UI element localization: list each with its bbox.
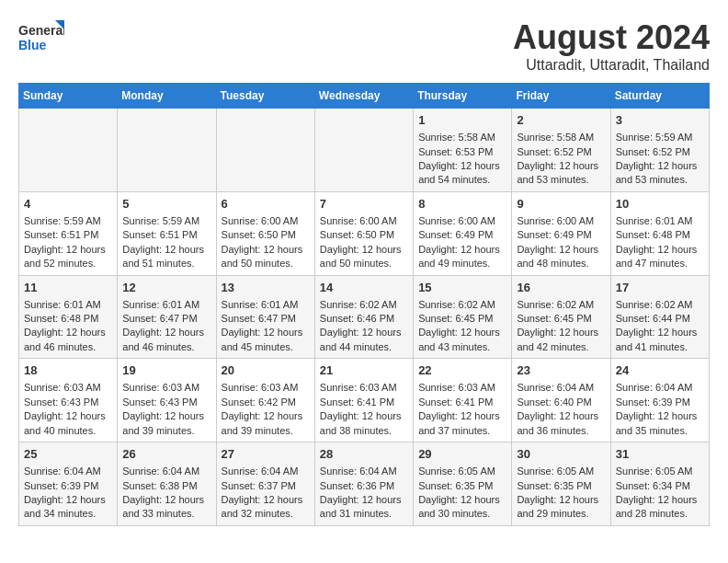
day-number: 10 <box>616 196 704 213</box>
day-cell: 18Sunrise: 6:03 AMSunset: 6:43 PMDayligh… <box>19 359 118 442</box>
day-info: Sunrise: 6:05 AM <box>418 465 495 477</box>
day-info: Daylight: 12 hours <box>418 244 500 255</box>
day-number: 16 <box>517 280 605 296</box>
day-info: and 29 minutes. <box>517 508 588 519</box>
day-number: 19 <box>122 362 210 379</box>
day-number: 17 <box>616 280 704 296</box>
day-info: and 33 minutes. <box>122 508 194 519</box>
day-info: Sunrise: 6:02 AM <box>517 299 594 310</box>
day-info: Sunset: 6:43 PM <box>24 396 98 408</box>
day-info: Sunset: 6:52 PM <box>616 146 690 157</box>
day-cell: 15Sunrise: 6:02 AMSunset: 6:45 PMDayligh… <box>414 275 512 359</box>
day-info: and 32 minutes. <box>222 508 293 519</box>
day-info: Sunset: 6:47 PM <box>122 313 197 324</box>
day-info: Sunrise: 6:04 AM <box>320 465 397 477</box>
day-info: Sunrise: 6:04 AM <box>517 382 594 393</box>
day-number: 13 <box>222 280 310 296</box>
day-info: and 42 minutes. <box>517 341 588 352</box>
day-info: Sunrise: 5:58 AM <box>418 132 495 143</box>
day-info: Daylight: 12 hours <box>222 327 303 338</box>
day-info: Sunrise: 5:59 AM <box>616 132 693 143</box>
day-info: Daylight: 12 hours <box>24 494 106 505</box>
day-info: Sunrise: 6:01 AM <box>616 215 693 226</box>
day-info: Sunrise: 6:03 AM <box>418 382 495 393</box>
day-info: and 31 minutes. <box>320 508 392 519</box>
week-row-5: 25Sunrise: 6:04 AMSunset: 6:39 PMDayligh… <box>19 442 710 526</box>
day-info: Sunrise: 5:58 AM <box>517 132 594 143</box>
day-info: Daylight: 12 hours <box>616 327 698 338</box>
day-info: Daylight: 12 hours <box>616 494 698 505</box>
day-info: and 50 minutes. <box>222 258 293 269</box>
day-info: Daylight: 12 hours <box>517 327 598 338</box>
day-info: Daylight: 12 hours <box>517 160 598 171</box>
day-info: Sunrise: 6:00 AM <box>320 215 397 226</box>
day-info: Daylight: 12 hours <box>418 494 500 505</box>
day-cell: 19Sunrise: 6:03 AMSunset: 6:43 PMDayligh… <box>118 359 216 442</box>
week-row-2: 4Sunrise: 5:59 AMSunset: 6:51 PMDaylight… <box>19 191 710 275</box>
day-number: 31 <box>616 446 704 463</box>
day-info: Sunrise: 6:00 AM <box>418 215 495 226</box>
day-cell: 29Sunrise: 6:05 AMSunset: 6:35 PMDayligh… <box>414 442 512 526</box>
day-info: and 43 minutes. <box>418 341 490 352</box>
day-number: 29 <box>418 446 506 463</box>
day-cell: 7Sunrise: 6:00 AMSunset: 6:50 PMDaylight… <box>314 191 413 275</box>
day-info: Sunset: 6:43 PM <box>122 396 197 408</box>
day-info: Sunset: 6:41 PM <box>320 396 394 408</box>
logo: General Blue <box>18 18 64 59</box>
day-info: Daylight: 12 hours <box>222 410 303 421</box>
day-cell: 28Sunrise: 6:04 AMSunset: 6:36 PMDayligh… <box>314 442 413 526</box>
day-info: Sunrise: 6:00 AM <box>222 215 299 226</box>
day-info: and 34 minutes. <box>24 508 96 519</box>
day-info: Daylight: 12 hours <box>122 494 204 505</box>
day-cell: 21Sunrise: 6:03 AMSunset: 6:41 PMDayligh… <box>314 359 413 442</box>
day-info: and 46 minutes. <box>122 341 194 352</box>
day-info: Daylight: 12 hours <box>320 327 402 338</box>
page-header: General Blue August 2024 Uttaradit, Utta… <box>18 18 710 74</box>
day-number: 14 <box>320 280 408 296</box>
day-info: and 45 minutes. <box>222 341 293 352</box>
day-number: 1 <box>418 112 506 129</box>
day-cell: 13Sunrise: 6:01 AMSunset: 6:47 PMDayligh… <box>216 275 314 359</box>
day-info: Sunset: 6:44 PM <box>616 313 690 324</box>
day-info: Daylight: 12 hours <box>24 410 106 421</box>
day-info: Sunrise: 6:01 AM <box>122 299 199 310</box>
day-info: Sunset: 6:36 PM <box>320 480 394 491</box>
day-info: and 44 minutes. <box>320 341 392 352</box>
calendar-header-row: SundayMondayTuesdayWednesdayThursdayFrid… <box>19 84 710 109</box>
day-info: and 39 minutes. <box>222 425 293 436</box>
day-info: Sunrise: 6:01 AM <box>24 299 101 310</box>
day-info: Sunset: 6:38 PM <box>122 480 197 491</box>
day-info: Daylight: 12 hours <box>222 244 303 255</box>
day-info: Sunrise: 5:59 AM <box>122 215 199 226</box>
day-cell: 3Sunrise: 5:59 AMSunset: 6:52 PMDaylight… <box>610 109 709 192</box>
day-info: Daylight: 12 hours <box>616 160 698 171</box>
day-info: Sunset: 6:42 PM <box>222 396 296 408</box>
day-cell <box>118 109 216 192</box>
day-info: and 54 minutes. <box>418 174 490 185</box>
day-cell: 2Sunrise: 5:58 AMSunset: 6:52 PMDaylight… <box>512 109 610 192</box>
day-info: and 53 minutes. <box>517 174 588 185</box>
day-number: 18 <box>24 362 112 379</box>
day-info: and 49 minutes. <box>418 258 490 269</box>
week-row-4: 18Sunrise: 6:03 AMSunset: 6:43 PMDayligh… <box>19 359 710 442</box>
day-info: Sunset: 6:50 PM <box>222 229 296 240</box>
day-info: Daylight: 12 hours <box>122 410 204 421</box>
day-info: Sunrise: 6:04 AM <box>122 465 199 477</box>
day-number: 5 <box>122 196 210 213</box>
day-info: Daylight: 12 hours <box>418 327 500 338</box>
day-info: Sunrise: 6:03 AM <box>24 382 101 393</box>
day-cell: 26Sunrise: 6:04 AMSunset: 6:38 PMDayligh… <box>118 442 216 526</box>
day-info: and 52 minutes. <box>24 258 96 269</box>
day-cell: 10Sunrise: 6:01 AMSunset: 6:48 PMDayligh… <box>610 191 709 275</box>
day-info: Sunset: 6:37 PM <box>222 480 296 491</box>
svg-text:Blue: Blue <box>18 38 47 52</box>
day-info: Daylight: 12 hours <box>616 410 698 421</box>
day-cell: 6Sunrise: 6:00 AMSunset: 6:50 PMDaylight… <box>216 191 314 275</box>
day-info: and 46 minutes. <box>24 341 96 352</box>
day-info: Daylight: 12 hours <box>616 244 698 255</box>
header-friday: Friday <box>512 84 610 109</box>
day-info: Sunrise: 6:04 AM <box>222 465 299 477</box>
day-number: 6 <box>222 196 310 213</box>
day-number: 9 <box>517 196 605 213</box>
day-cell: 20Sunrise: 6:03 AMSunset: 6:42 PMDayligh… <box>216 359 314 442</box>
